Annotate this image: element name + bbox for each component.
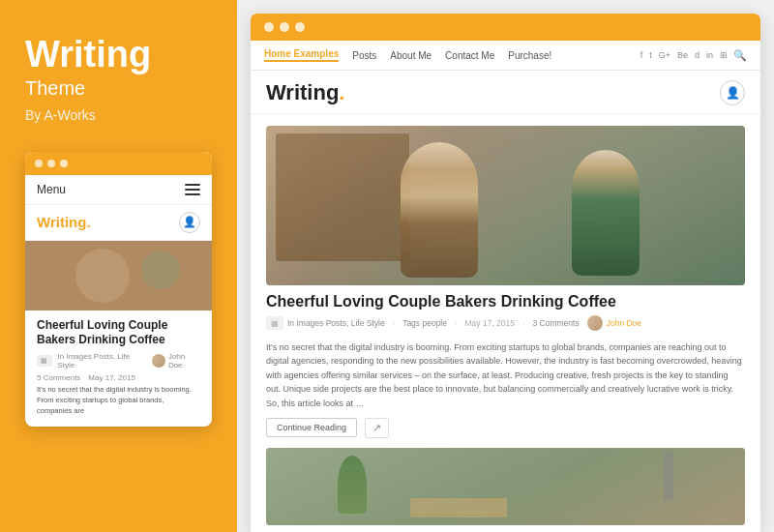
- mobile-category-icon: ▦: [37, 355, 52, 367]
- dribbble-icon[interactable]: d: [695, 50, 700, 60]
- post-comments: 3 Comments: [533, 318, 580, 328]
- meta-separator-2: ·: [455, 318, 458, 329]
- post-category: In Images Posts, Life Style: [287, 318, 385, 328]
- twitter-icon[interactable]: t: [649, 50, 652, 60]
- hamburger-line: [185, 189, 200, 191]
- mobile-dot-2: [47, 160, 55, 167]
- site-logo: Writing.: [266, 80, 344, 105]
- left-panel: Writing Theme By A-Works Menu Writing. 👤: [0, 0, 237, 532]
- post-tags-block: Tags people: [402, 318, 447, 328]
- second-post-lamp: [664, 452, 673, 500]
- browser-window: Home Examples Posts About Me Contact Me …: [251, 14, 760, 532]
- mobile-site-logo: Writing.: [37, 214, 91, 230]
- mobile-author-name: John Doe: [168, 352, 200, 369]
- hero-figure-male: [401, 142, 478, 278]
- browser-dot-minimize: [280, 22, 289, 32]
- mobile-author-avatar: [152, 354, 165, 368]
- instagram-icon[interactable]: in: [706, 50, 713, 60]
- mobile-post-title: Cheerful Loving Couple Bakers Drinking C…: [25, 310, 212, 352]
- second-post-plant: [338, 456, 367, 514]
- post-date: May 17, 2015: [464, 318, 515, 328]
- category-icon: ▦: [266, 316, 283, 330]
- social-icons: f t G+ Be d in ⊞: [640, 50, 728, 60]
- mobile-user-avatar[interactable]: 👤: [179, 212, 200, 233]
- behance-icon[interactable]: Be: [677, 50, 688, 60]
- mobile-dot-3: [60, 160, 68, 167]
- post-tags: Tags people: [402, 318, 447, 328]
- site-user-avatar[interactable]: 👤: [720, 80, 745, 105]
- mobile-meta-row2: 5 Comments May 17, 2015: [25, 373, 212, 384]
- second-post-image: [266, 448, 745, 525]
- theme-byline: By A-Works: [25, 107, 212, 123]
- post-category-block: ▦ In Images Posts, Life Style: [266, 316, 385, 330]
- hamburger-line: [185, 184, 200, 186]
- mobile-logo-dot: .: [86, 214, 90, 230]
- post-author-avatar: [587, 315, 603, 331]
- mobile-category-text: In Images Posts, Life Style: [58, 352, 147, 369]
- nav-contact[interactable]: Contact Me: [445, 50, 494, 61]
- post-hero-image: [266, 126, 745, 285]
- mobile-date: May 17, 2015: [88, 373, 134, 382]
- nav-links: Home Examples Posts About Me Contact Me …: [264, 48, 551, 62]
- facebook-icon[interactable]: f: [640, 50, 643, 60]
- hamburger-icon[interactable]: [185, 184, 200, 195]
- post-meta: ▦ In Images Posts, Life Style · Tags peo…: [266, 315, 745, 331]
- mobile-preview-card: Menu Writing. 👤 Cheerful Loving Couple B…: [25, 152, 212, 427]
- googleplus-icon[interactable]: G+: [659, 50, 670, 60]
- mobile-comments: 5 Comments: [37, 373, 80, 382]
- rss-icon[interactable]: ⊞: [720, 50, 728, 60]
- post-title: Cheerful Loving Couple Bakers Drinking C…: [266, 293, 745, 310]
- search-icon[interactable]: 🔍: [733, 49, 747, 62]
- post-actions: Continue Reading ↗: [251, 410, 760, 448]
- nav-right: f t G+ Be d in ⊞ 🔍: [640, 49, 747, 62]
- post-excerpt: It's no secret that the digital industry…: [251, 340, 760, 410]
- site-navigation: Home Examples Posts About Me Contact Me …: [251, 41, 760, 71]
- share-button[interactable]: ↗: [365, 418, 389, 438]
- browser-dot-close: [264, 22, 274, 32]
- nav-posts[interactable]: Posts: [352, 50, 376, 61]
- second-post-table: [410, 498, 507, 517]
- hero-shelf: [276, 133, 410, 261]
- mobile-logo-bar: Writing. 👤: [25, 205, 212, 241]
- mobile-post-excerpt: It's no secret that the digital industry…: [25, 384, 212, 427]
- nav-home-examples[interactable]: Home Examples: [264, 48, 339, 62]
- mobile-dot-1: [35, 160, 43, 167]
- site-header: Writing. 👤: [251, 71, 760, 114]
- post-author-block: John Doe: [587, 315, 641, 331]
- mobile-post-meta: ▦ In Images Posts, Life Style John Doe: [25, 352, 212, 373]
- theme-title: Writing Theme: [25, 35, 212, 100]
- mobile-post-image-overlay: [25, 241, 212, 310]
- post-author-name: John Doe: [607, 318, 641, 328]
- browser-top-bar: [251, 14, 760, 41]
- browser-dot-maximize: [295, 22, 305, 32]
- mobile-menu-bar[interactable]: Menu: [25, 175, 212, 205]
- post-info: Cheerful Loving Couple Bakers Drinking C…: [251, 285, 760, 340]
- mobile-top-bar: [25, 152, 212, 175]
- meta-separator-3: ·: [522, 318, 525, 329]
- hero-figure-female: [572, 150, 640, 276]
- nav-purchase[interactable]: Purchase!: [508, 50, 551, 61]
- mobile-meta-user: John Doe: [152, 352, 200, 369]
- mobile-post-image: [25, 241, 212, 310]
- continue-reading-button[interactable]: Continue Reading: [266, 418, 357, 437]
- nav-about[interactable]: About Me: [390, 50, 432, 61]
- site-logo-accent: .: [339, 80, 344, 104]
- hamburger-line: [185, 193, 200, 195]
- mobile-menu-label: Menu: [37, 183, 66, 196]
- main-content: Cheerful Loving Couple Bakers Drinking C…: [251, 114, 760, 532]
- meta-separator-1: ·: [393, 318, 396, 329]
- right-panel: Home Examples Posts About Me Contact Me …: [237, 0, 774, 532]
